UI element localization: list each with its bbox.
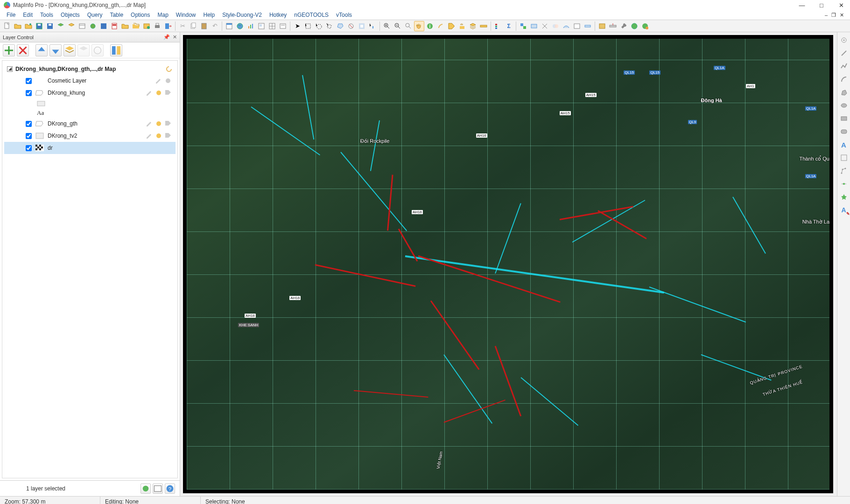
- layer-visible-checkbox[interactable]: [26, 145, 32, 151]
- close-table-icon[interactable]: [120, 21, 130, 31]
- globe-plus-icon[interactable]: [640, 21, 650, 31]
- options-button[interactable]: [153, 483, 163, 494]
- save-window-icon[interactable]: [45, 21, 55, 31]
- graph-select-icon[interactable]: [367, 21, 378, 31]
- pan-icon[interactable]: [414, 21, 424, 31]
- move-up-button[interactable]: [35, 44, 48, 56]
- menu-tools[interactable]: Tools: [36, 11, 57, 19]
- edit-icon[interactable]: [146, 120, 153, 127]
- menu-window[interactable]: Window: [172, 11, 200, 19]
- change-view-icon[interactable]: [403, 21, 414, 31]
- polyline-tool-icon[interactable]: [839, 61, 849, 71]
- symbol-tool-icon[interactable]: [839, 35, 849, 45]
- open-workspace-icon[interactable]: [23, 21, 34, 31]
- new-graph-icon[interactable]: [246, 21, 256, 31]
- exit-icon[interactable]: [163, 21, 173, 31]
- panel-pin-icon[interactable]: 📌: [163, 34, 170, 40]
- refresh-button[interactable]: [140, 483, 151, 494]
- new-browser-icon[interactable]: [224, 21, 234, 31]
- map-canvas[interactable]: Đồi Rockpile Đông Hà Thành cổ Qu Nhà Thờ…: [183, 35, 833, 493]
- new-map-icon[interactable]: [235, 21, 245, 31]
- unselect-icon[interactable]: [346, 21, 356, 31]
- label-icon[interactable]: [446, 21, 457, 31]
- hotlink-button[interactable]: [91, 44, 104, 56]
- label-icon[interactable]: [164, 132, 172, 140]
- clear-target-icon[interactable]: [529, 21, 539, 31]
- refresh-icon[interactable]: [165, 65, 173, 73]
- collapse-icon[interactable]: ◢: [7, 66, 13, 72]
- layer-row-dr[interactable]: dr: [4, 142, 176, 154]
- buffer-icon[interactable]: [561, 21, 571, 31]
- menu-edit[interactable]: Edit: [19, 11, 36, 19]
- info-icon[interactable]: i: [425, 21, 435, 31]
- roundrect-tool-icon[interactable]: [839, 126, 849, 137]
- layer-row-cosmetic[interactable]: Cosmetic Layer: [4, 75, 176, 87]
- menu-ngeotools[interactable]: nGEOTOOLS: [290, 11, 332, 19]
- zoom-in-icon[interactable]: [382, 21, 392, 31]
- menu-hotkey[interactable]: Hotkey: [266, 11, 290, 19]
- menu-file[interactable]: File: [3, 11, 19, 19]
- maximize-button[interactable]: □: [818, 2, 825, 9]
- menu-query[interactable]: Query: [84, 11, 106, 19]
- radius-select-icon[interactable]: [314, 21, 324, 31]
- polygon-tool-icon[interactable]: [839, 87, 849, 98]
- layer-add-icon[interactable]: [56, 21, 66, 31]
- minimize-button[interactable]: —: [799, 2, 805, 9]
- print-icon[interactable]: [152, 21, 162, 31]
- style-icon[interactable]: [155, 120, 162, 127]
- layer-row-tv2[interactable]: DKrong_tv2: [4, 130, 176, 142]
- wrench-icon[interactable]: [618, 21, 629, 31]
- text-style-icon[interactable]: A✎: [839, 205, 849, 215]
- invert-select-icon[interactable]: [357, 21, 367, 31]
- status-selecting[interactable]: Selecting: None: [201, 497, 850, 504]
- open-universal-icon[interactable]: [88, 21, 98, 31]
- paste-icon[interactable]: [199, 21, 209, 31]
- select-arrow-icon[interactable]: ➤: [292, 21, 302, 31]
- label-icon[interactable]: [164, 89, 172, 97]
- line-tool-icon[interactable]: [839, 48, 849, 58]
- save-table-icon[interactable]: [98, 21, 109, 31]
- help-button[interactable]: ?: [165, 483, 175, 494]
- reshape-tool-icon[interactable]: [839, 166, 849, 176]
- menu-vtools[interactable]: vTools: [332, 11, 356, 19]
- layer-control-icon[interactable]: [468, 21, 478, 31]
- legend-icon[interactable]: [493, 21, 503, 31]
- text-tool-icon[interactable]: A: [839, 140, 849, 150]
- toggle-button[interactable]: [110, 44, 122, 56]
- mdi-minimize-button[interactable]: –: [823, 12, 829, 18]
- overlay-icon[interactable]: [550, 21, 561, 31]
- status-zoom[interactable]: Zoom: 57.300 m: [0, 497, 100, 504]
- symbol-style-icon[interactable]: [839, 192, 849, 202]
- ellipse-tool-icon[interactable]: [839, 100, 849, 111]
- edit-icon[interactable]: [146, 89, 153, 97]
- undo-icon[interactable]: ↶: [210, 21, 220, 31]
- catalog-icon[interactable]: [141, 21, 152, 31]
- hotlink-icon[interactable]: [436, 21, 446, 31]
- layer-stack-button[interactable]: [63, 44, 76, 56]
- menu-objects[interactable]: Objects: [57, 11, 84, 19]
- edit-icon[interactable]: [146, 132, 153, 140]
- statistics-icon[interactable]: Σ: [504, 21, 514, 31]
- map-group-row[interactable]: ◢ DKrong_khung,DKrong_gth,...,dr Map: [4, 63, 176, 75]
- style-icon[interactable]: [164, 77, 172, 84]
- drag-window-icon[interactable]: [457, 21, 467, 31]
- layer-visible-checkbox[interactable]: [26, 78, 32, 84]
- menu-style-duong-v2[interactable]: Style-Duong-V2: [218, 11, 266, 19]
- layer-visible-checkbox[interactable]: [26, 133, 32, 139]
- panel-close-icon[interactable]: ✕: [173, 34, 177, 40]
- label-icon[interactable]: [164, 120, 172, 127]
- open-icon[interactable]: [13, 21, 23, 31]
- set-target-icon[interactable]: [518, 21, 528, 31]
- add-node-tool-icon[interactable]: [839, 179, 849, 189]
- close-button[interactable]: ✕: [838, 2, 844, 9]
- marquee-select-icon[interactable]: [303, 21, 313, 31]
- layer-options-button[interactable]: [77, 44, 90, 56]
- open-table-icon[interactable]: [77, 21, 87, 31]
- ruler-icon[interactable]: [478, 21, 489, 31]
- redistrict-icon[interactable]: [267, 21, 277, 31]
- polygon-select-icon[interactable]: [324, 21, 335, 31]
- globe-icon[interactable]: [629, 21, 639, 31]
- menu-map[interactable]: Map: [154, 11, 172, 19]
- new-doc-icon[interactable]: [2, 21, 12, 31]
- time-tool-icon[interactable]: [597, 21, 607, 31]
